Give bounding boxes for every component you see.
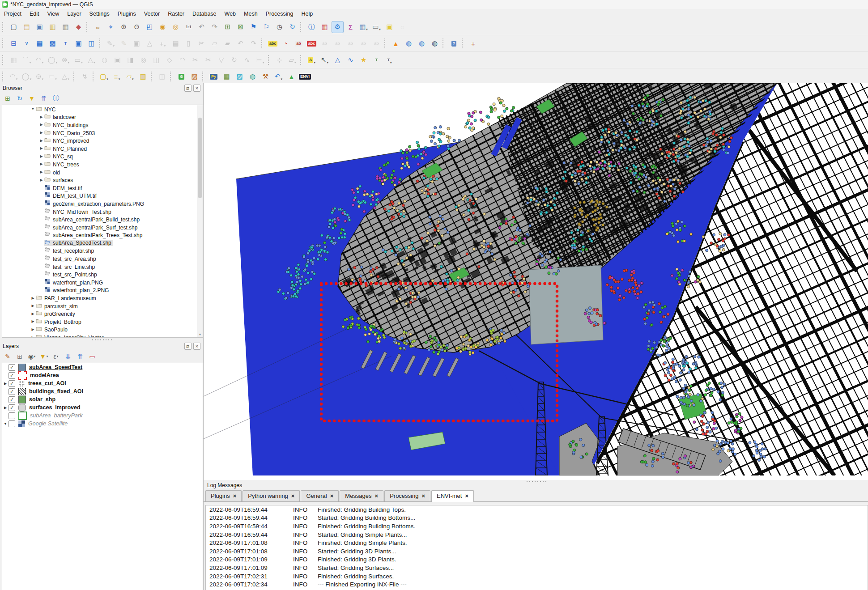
layer-item-subArea_batteryPark[interactable]: subArea_batteryPark [2,412,203,420]
browser-item-DEM_test_UTM.tif[interactable]: DEM_test_UTM.tif [2,192,203,200]
tab-close-icon[interactable]: × [233,492,237,499]
zoom-full-icon[interactable]: ◰ [144,21,156,33]
deselect-features-icon-dropdown[interactable]: ▾ [132,77,134,82]
add-group-icon[interactable]: ⊞ [15,352,25,361]
envimet-inx-export-icon[interactable]: ENVI [298,71,311,83]
menu-view[interactable]: View [43,10,63,18]
layer-item-surfaces_improved[interactable]: ▶✓surfaces_improved [2,403,203,412]
annotation-select-icon-dropdown[interactable]: ▾ [327,61,329,66]
layer-item-subArea_SpeedTest[interactable]: ✓subArea_SpeedTest [2,363,203,371]
add-text-annotation-icon[interactable]: T [370,54,383,66]
layer-checkbox[interactable]: ✓ [9,380,15,387]
tab-close-icon[interactable]: × [465,492,468,499]
filter-by-expression-icon[interactable]: ε▾ [51,352,61,361]
layer-item-trees_cut_AOI[interactable]: ▶✓trees_cut_AOI [2,379,203,387]
show-statistics-icon[interactable]: Σ [345,21,357,33]
select-by-location-icon[interactable]: ▥ [137,71,149,83]
layer-checkbox[interactable]: ✓ [9,372,15,379]
area-tool-icon[interactable]: ▲ [285,71,298,83]
log-tab-plugins[interactable]: Plugins× [205,490,242,501]
annotation-select-icon[interactable]: ↖▾ [319,54,331,66]
properties-widget-icon[interactable]: ⓘ [51,94,61,103]
browser-item-NYC_trees[interactable]: ▶NYC_trees [2,160,203,168]
map-tips-icon[interactable]: ▣ [383,21,396,33]
metasearch-icon[interactable]: ◍ [403,38,415,50]
globe-view-icon[interactable]: ◍ [247,71,259,83]
pin-labels-icon[interactable]: ab [293,38,305,50]
add-vector-layer-icon[interactable]: V [21,38,33,50]
layout-manager-icon[interactable]: ▦ [60,21,72,33]
layer-item-solar_shp[interactable]: ✓solar_shp [2,395,203,403]
tree-collapsed-icon[interactable]: ▶ [30,312,36,316]
construction-mode-icon-dropdown[interactable]: ▾ [30,61,31,66]
tree-collapsed-icon[interactable]: ▶ [30,304,36,308]
text-annotation-icon-dropdown[interactable]: ▾ [390,61,392,66]
browser-item-subArea_centralPark_Build_test.shp[interactable]: subArea_centralPark_Build_test.shp [2,215,203,223]
browser-item-DEM_test.tif[interactable]: DEM_test.tif [2,184,203,192]
browser-scrollbar[interactable]: ▼ [197,105,203,337]
log-tab-general[interactable]: General× [301,490,339,501]
menu-vector[interactable]: Vector [140,10,164,18]
open-layer-styling-icon[interactable]: ✎ [3,352,13,361]
tab-close-icon[interactable]: × [375,492,379,499]
layers-float-button[interactable]: ⧄ [184,343,191,350]
log-tab-envi-met[interactable]: ENVI-met× [431,490,474,502]
browser-item-NYC[interactable]: ▼NYC [2,105,203,113]
tree-collapsed-icon[interactable]: ▶ [38,131,44,135]
remove-layer-icon[interactable]: ▭ [87,352,97,361]
layer-checkbox[interactable]: ✓ [9,388,15,395]
browser-close-button[interactable]: × [193,85,200,92]
current-edits-icon-dropdown[interactable]: ▾ [113,44,115,49]
pan-map-icon[interactable]: ⇔ [92,21,104,33]
attribute-table-icon[interactable]: ▦▾ [357,21,370,33]
new-print-layout-icon[interactable]: ▥ [47,21,59,33]
tree-collapsed-icon[interactable]: ▶ [30,335,36,338]
browser-item-test_src_Line.shp[interactable]: test_src_Line.shp [2,263,203,271]
tree-expanded-icon[interactable]: ▼ [30,107,36,111]
layer-expanded-icon[interactable]: ▼ [2,422,9,426]
tab-close-icon[interactable]: × [330,492,334,499]
map-canvas[interactable] [204,83,868,480]
deselect-features-icon[interactable]: ▱▾ [124,71,136,83]
open-project-icon[interactable]: ▤ [21,21,33,33]
add-delimited-text-icon[interactable]: T [60,38,72,50]
select-features-icon[interactable]: ▢▾ [98,71,110,83]
filter-legend-icon[interactable]: ▼▾ [39,352,49,361]
browser-item-subArea_centralPark_Surf_test.shp[interactable]: subArea_centralPark_Surf_test.shp [2,223,203,231]
rectangle-tool-icon-dropdown[interactable]: ▾ [81,61,83,66]
menu-help[interactable]: Help [297,10,317,18]
measure-icon-dropdown[interactable]: ▾ [379,28,381,33]
identify-features-icon[interactable]: ⓘ [306,21,318,33]
tab-close-icon[interactable]: × [291,492,295,499]
menu-web[interactable]: Web [221,10,240,18]
add-selected-layers-icon[interactable]: ⊞ [3,94,13,103]
python-console-icon[interactable]: Py [208,71,220,83]
tree-collapsed-icon[interactable]: ▶ [38,123,44,127]
save-project-icon[interactable]: ▣ [34,21,46,33]
browser-item-NYC_Dario_2503[interactable]: ▶NYC_Dario_2503 [2,129,203,137]
browser-item-NYC_improved[interactable]: ▶NYC_improved [2,136,203,144]
browser-item-geo2envi_extraction_parameters.PNG[interactable]: geo2envi_extraction_parameters.PNG [2,199,203,208]
undo-redo-plugin-icon-dropdown[interactable]: ▾ [281,77,283,82]
browser-item-subArea_SpeedTest.shp[interactable]: subArea_SpeedTest.shp [2,239,203,247]
search-layers-icon[interactable]: ⊙ [175,71,187,83]
menu-raster[interactable]: Raster [164,10,188,18]
add-spatialite-layer-icon[interactable]: ▣ [72,38,85,50]
undo-redo-plugin-icon[interactable]: ↶▾ [272,71,285,83]
profile-tool-icon[interactable]: ▨ [234,71,246,83]
browser-item-Vienna_InnerCity_Vector[interactable]: ▶Vienna_InnerCity_Vector [2,333,203,338]
osm-place-search-icon[interactable]: ◍ [429,38,441,50]
tree-collapsed-icon[interactable]: ▶ [38,170,44,174]
add-wms-layer-icon[interactable]: ◫ [85,38,98,50]
circular-string-icon-dropdown[interactable]: ▾ [42,61,44,66]
menu-layer[interactable]: Layer [63,10,85,18]
log-tab-messages[interactable]: Messages× [340,490,383,501]
tree-collapsed-icon[interactable]: ▶ [38,115,44,119]
processing-toolbox-icon[interactable]: ⚙ [332,21,344,33]
layer-collapsed-icon[interactable]: ▶ [2,382,9,386]
add-line-annotation-icon[interactable]: ∿ [345,54,357,66]
pan-to-selection-icon[interactable]: ⌖ [105,21,117,33]
ellipse-tool-icon-dropdown[interactable]: ▾ [68,61,70,66]
browser-item-proGreencity[interactable]: ▶proGreencity [2,310,203,318]
layer-item-modelArea[interactable]: ✓modelArea [2,371,203,379]
